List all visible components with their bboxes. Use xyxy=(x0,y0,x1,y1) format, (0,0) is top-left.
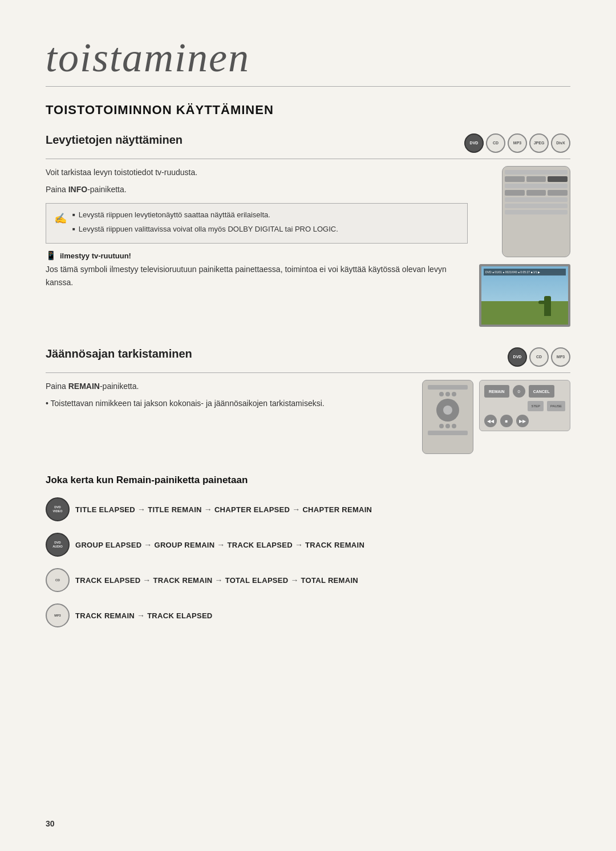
rl-dots2 xyxy=(439,424,456,428)
step-btn: STEP xyxy=(528,401,544,411)
remote-btn-wide5 xyxy=(505,210,568,214)
note-text2: Levystä riippuen valittavissa voivat oll… xyxy=(79,224,338,236)
rl-dot5 xyxy=(445,424,450,428)
rl-dot2 xyxy=(445,392,450,396)
subsection1-header: Levytietojen näyttäminen DVD CD MP3 JPEG… xyxy=(46,133,570,153)
remote-btn4 xyxy=(526,190,546,196)
remote-buttons-grid xyxy=(505,170,568,214)
tv-status-text: DVD ● 01/01 ● 0021/040 ● 0:05:27 ■ 1/1 ▶ xyxy=(485,270,540,274)
mp3-button: MP3 xyxy=(508,133,527,153)
arrow3: → xyxy=(292,505,300,514)
prev-btn: ◀◀ xyxy=(484,415,497,427)
subsection2-images: REMAIN 0 CANCEL STEP PAUSE ◀◀ ■ ▶▶ xyxy=(422,380,570,454)
rl-dot4 xyxy=(439,424,444,428)
main-title: toistaminen xyxy=(46,34,570,82)
dvd-btn2: DVD xyxy=(508,347,527,367)
flow-row-dvd-audio: DVDAUDIO GROUP ELAPSED → GROUP REMAIN → … xyxy=(46,530,570,559)
flow-text-mp3: TRACK REMAIN → TRACK ELAPSED xyxy=(75,611,213,620)
zero-btn: 0 xyxy=(513,385,525,398)
dvd-button: DVD xyxy=(464,133,484,153)
subsection1-images: DVD ● 01/01 ● 0021/040 ● 0:05:27 ■ 1/1 ▶ xyxy=(479,166,570,327)
remote-btn1 xyxy=(505,176,525,182)
info-bold: INFO xyxy=(68,185,87,194)
tv-notice-body: Jos tämä symboli ilmestyy televisioruutu… xyxy=(46,263,468,289)
subsection-levytietojen: Levytietojen näyttäminen DVD CD MP3 JPEG… xyxy=(46,133,570,327)
note-bullet1: Levystä riippuen levytietonäyttö saattaa… xyxy=(72,209,338,221)
title-divider xyxy=(46,86,570,87)
arrow10: → xyxy=(137,611,145,620)
page-number: 30 xyxy=(46,819,55,828)
flow-row-cd: CD TRACK ELAPSED → TRACK REMAIN → TOTAL … xyxy=(46,566,570,594)
subsection1-buttons: DVD CD MP3 JPEG DivX xyxy=(464,133,570,153)
arrow6: → xyxy=(295,540,303,549)
remote-btn2 xyxy=(526,176,546,182)
rl-dpad xyxy=(436,399,459,422)
remain-bold: REMAIN xyxy=(68,382,100,391)
flow-badge-dvd-video: DVDVIDEO xyxy=(46,497,70,521)
remote-btn-wide3 xyxy=(505,197,568,202)
cancel-btn: CANCEL xyxy=(529,385,554,398)
tv-notice-header: 📱 ilmestyy tv-ruutuun! xyxy=(46,250,468,261)
rl-dots xyxy=(439,392,456,396)
tv-screen: DVD ● 01/01 ● 0021/040 ● 0:05:27 ■ 1/1 ▶ xyxy=(479,264,570,327)
arrow4: → xyxy=(144,540,152,549)
tv-status-bar: DVD ● 01/01 ● 0021/040 ● 0:05:27 ■ 1/1 ▶ xyxy=(484,269,566,275)
rl-dot1 xyxy=(439,392,444,396)
remote-left xyxy=(422,380,473,454)
remote-btn-wide1 xyxy=(505,170,568,175)
flow-section-title: Joka kerta kun Remain-painiketta paineta… xyxy=(46,475,570,486)
subsection1-body2-end: -painiketta. xyxy=(87,185,126,194)
flow-text-dvd-audio: GROUP ELAPSED → GROUP REMAIN → TRACK ELA… xyxy=(75,540,364,549)
arrow1: → xyxy=(137,505,145,514)
remote-image xyxy=(502,166,570,257)
remote-btn-highlighted xyxy=(548,176,568,182)
subsection2-body1-end: -painiketta. xyxy=(100,382,139,391)
rl-dot6 xyxy=(452,424,456,428)
tv-ground xyxy=(481,301,568,325)
subsection1-content: Voit tarkistaa levyn toistotiedot tv-ruu… xyxy=(46,166,570,327)
flow-section: Joka kerta kun Remain-painiketta paineta… xyxy=(46,475,570,630)
tv-notice-title: ilmestyy tv-ruutuun! xyxy=(60,252,131,260)
remote-btn-wide2 xyxy=(505,184,568,188)
tv-notice: 📱 ilmestyy tv-ruutuun! Jos tämä symboli … xyxy=(46,250,468,289)
jpeg-button: JPEG xyxy=(529,133,549,153)
subsection2-bullet: • Toistettavan nimikkeen tai jakson koko… xyxy=(46,397,411,410)
note-box: ✍ Levystä riippuen levytietonäyttö saatt… xyxy=(46,203,468,244)
stop-btn: ■ xyxy=(500,415,513,427)
arrow9: → xyxy=(290,576,298,585)
flow-text-cd: TRACK ELAPSED → TRACK REMAIN → TOTAL ELA… xyxy=(75,576,358,585)
note-bullet2: Levystä riippuen valittavissa voivat oll… xyxy=(72,224,338,236)
cd-button: CD xyxy=(486,133,505,153)
rl-rect2 xyxy=(428,431,468,435)
arrow5: → xyxy=(217,540,225,549)
flow-badge-mp3: MP3 xyxy=(46,603,70,627)
subsection1-body2: Paina INFO-painiketta. xyxy=(46,183,468,196)
section-heading: TOISTOTOIMINNON KÄYTTÄMINEN xyxy=(46,103,570,117)
subsection1-divider xyxy=(46,159,570,159)
subsection-jaannosajan: Jäännösajan tarkistaminen DVD CD MP3 Pai… xyxy=(46,347,570,454)
flow-row-dvd-video: DVDVIDEO TITLE ELAPSED → TITLE REMAIN → … xyxy=(46,495,570,524)
remote-right: REMAIN 0 CANCEL STEP PAUSE ◀◀ ■ ▶▶ xyxy=(479,380,570,431)
subsection1-text-area: Voit tarkistaa levyn toistotiedot tv-ruu… xyxy=(46,166,468,293)
flow-badge-dvd-audio: DVDAUDIO xyxy=(46,533,70,557)
flow-text-dvd-video: TITLE ELAPSED → TITLE REMAIN → CHAPTER E… xyxy=(75,505,372,514)
flow-row-mp3: MP3 TRACK REMAIN → TRACK ELAPSED xyxy=(46,601,570,630)
phone-icon: 📱 xyxy=(46,250,56,261)
note-content: Levystä riippuen levytietonäyttö saattaa… xyxy=(72,209,338,238)
subsection2-text-area: Paina REMAIN-painiketta. • Toistettavan … xyxy=(46,380,411,415)
subsection1-title: Levytietojen näyttäminen xyxy=(46,133,183,147)
subsection2-buttons: DVD CD MP3 xyxy=(508,347,570,367)
rr-row2: STEP PAUSE xyxy=(484,401,565,411)
subsection2-header: Jäännösajan tarkistaminen DVD CD MP3 xyxy=(46,347,570,367)
next-btn: ▶▶ xyxy=(516,415,529,427)
arrow2: → xyxy=(204,505,212,514)
tv-cactus xyxy=(544,296,551,316)
subsection2-body1: Paina REMAIN-painiketta. xyxy=(46,380,411,392)
remote-btn5 xyxy=(548,190,568,196)
arrow7: → xyxy=(143,576,151,585)
subsection2-bullet-text: Toistettavan nimikkeen tai jakson kokona… xyxy=(51,399,325,408)
remote-btn3 xyxy=(505,190,525,196)
subsection1-body1: Voit tarkistaa levyn toistotiedot tv-ruu… xyxy=(46,166,468,179)
rr-row3: ◀◀ ■ ▶▶ xyxy=(484,415,565,427)
rr-row1: REMAIN 0 CANCEL xyxy=(484,385,565,398)
